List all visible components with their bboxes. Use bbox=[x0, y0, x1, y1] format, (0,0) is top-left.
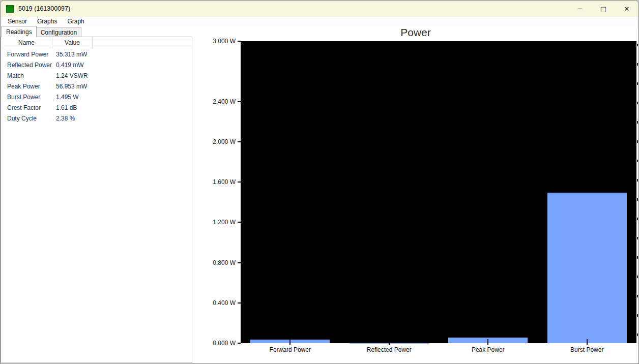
y-axis-tick bbox=[238, 302, 241, 304]
x-axis-tick bbox=[289, 339, 291, 345]
x-axis-labels: Forward PowerReflected PowerPeak PowerBu… bbox=[241, 346, 636, 354]
column-header-value[interactable]: Value bbox=[52, 37, 93, 48]
table-header: Name Value bbox=[1, 37, 192, 48]
y-axis-tick-label: 2.000 W bbox=[213, 138, 236, 146]
reading-name: Peak Power bbox=[1, 83, 52, 90]
y-axis-tick-label: 0.000 W bbox=[213, 339, 236, 347]
table-row[interactable]: Forward Power 35.313 mW bbox=[1, 49, 192, 59]
y-axis-tick bbox=[238, 262, 241, 263]
app-window: 5019 (161300097) ─ □ ✕ Sensor Graphs Gra… bbox=[0, 0, 639, 364]
y-axis-tick-label: 0.400 W bbox=[213, 299, 236, 307]
table-row[interactable]: Peak Power 56.953 mW bbox=[1, 81, 192, 92]
maximize-icon[interactable]: □ bbox=[592, 1, 615, 17]
chart-region: Power 0.000 W0.400 W0.800 W1.200 W1.600 … bbox=[193, 26, 638, 363]
reading-value: 56.953 mW bbox=[52, 83, 87, 90]
reading-name: Match bbox=[1, 72, 52, 79]
tab-readings[interactable]: Readings bbox=[2, 26, 37, 37]
reading-value: 1.24 VSWR bbox=[52, 72, 88, 79]
titlebar-controls: ─ □ ✕ bbox=[568, 1, 638, 17]
y-axis-tick bbox=[238, 141, 241, 142]
reading-name: Forward Power bbox=[1, 51, 52, 58]
reading-name: Reflected Power bbox=[1, 62, 52, 69]
y-axis-tick bbox=[238, 101, 241, 102]
menu-sensor[interactable]: Sensor bbox=[5, 17, 30, 25]
y-axis-tick-label: 0.800 W bbox=[213, 259, 236, 267]
table-row[interactable]: Reflected Power 0.419 mW bbox=[1, 59, 192, 70]
table-rows: Forward Power 35.313 mW Reflected Power … bbox=[1, 49, 192, 362]
y-axis-tick bbox=[238, 222, 241, 223]
minimize-icon[interactable]: ─ bbox=[568, 1, 592, 17]
y-axis-tick-label: 2.400 W bbox=[213, 98, 236, 106]
x-axis-tick bbox=[487, 339, 488, 345]
x-axis-category-label: Peak Power bbox=[472, 346, 505, 353]
reading-value: 35.313 mW bbox=[52, 51, 87, 58]
y-axis-tick bbox=[238, 343, 241, 344]
reading-value: 1.495 W bbox=[52, 94, 79, 101]
x-axis-category-label: Reflected Power bbox=[367, 346, 412, 353]
menu-graph[interactable]: Graph bbox=[64, 17, 87, 25]
reading-value: 0.419 mW bbox=[52, 62, 84, 69]
x-axis-category-label: Burst Power bbox=[570, 346, 603, 353]
reading-value: 2.38 % bbox=[52, 115, 75, 122]
x-axis-tick bbox=[389, 339, 390, 345]
plot-wrap: 0.000 W0.400 W0.800 W1.200 W1.600 W2.000… bbox=[241, 41, 636, 343]
table-row[interactable]: Burst Power 1.495 W bbox=[1, 92, 192, 102]
app-icon bbox=[6, 5, 14, 13]
table-row[interactable]: Match 1.24 VSWR bbox=[1, 70, 192, 81]
y-axis-tick bbox=[238, 181, 241, 183]
x-axis-category-label: Forward Power bbox=[270, 346, 311, 353]
reading-name: Burst Power bbox=[1, 94, 52, 101]
y-axis-tick bbox=[238, 41, 241, 42]
table-row[interactable]: Duty Cycle 2.38 % bbox=[1, 113, 192, 124]
y-axis-tick-label: 3.000 W bbox=[213, 37, 236, 45]
chart-bar bbox=[547, 193, 627, 343]
close-icon[interactable]: ✕ bbox=[615, 1, 638, 17]
y-axis-tick-label: 1.200 W bbox=[213, 218, 236, 226]
menu-graphs[interactable]: Graphs bbox=[34, 17, 60, 25]
y-axis-tick-label: 1.600 W bbox=[213, 178, 236, 186]
reading-name: Crest Factor bbox=[1, 104, 52, 111]
reading-value: 1.61 dB bbox=[52, 104, 77, 111]
readings-panel: Name Value Forward Power 35.313 mW Refle… bbox=[1, 37, 192, 362]
titlebar: 5019 (161300097) ─ □ ✕ bbox=[1, 1, 638, 17]
tabstrip: Readings Configuration bbox=[2, 26, 81, 37]
clipped-right-axis-marks bbox=[637, 44, 638, 340]
table-row[interactable]: Crest Factor 1.61 dB bbox=[1, 102, 192, 113]
reading-name: Duty Cycle bbox=[1, 115, 52, 122]
window-title: 5019 (161300097) bbox=[18, 5, 70, 12]
chart-title: Power bbox=[193, 26, 638, 39]
column-header-name[interactable]: Name bbox=[1, 37, 52, 48]
menubar: Sensor Graphs Graph bbox=[1, 17, 638, 26]
tab-configuration[interactable]: Configuration bbox=[36, 27, 81, 37]
x-axis-tick bbox=[587, 339, 588, 345]
